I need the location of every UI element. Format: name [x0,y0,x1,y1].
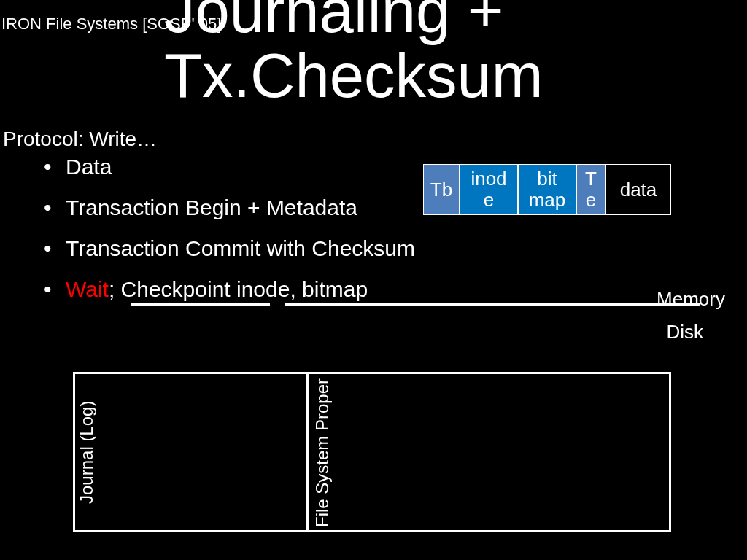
metadata-blocks: Tb inod e bit map T e data [423,164,671,215]
block-inode: inod e [460,164,518,215]
disk-label: Disk [666,321,703,343]
bullet-list: •Data •Transaction Begin + Metadata •Tra… [44,155,415,318]
bullet-txcommit: •Transaction Commit with Checksum [44,236,415,261]
block-bitmap: bit map [518,164,576,215]
filesystem-proper-label: File System Proper [312,373,333,533]
journal-box [73,372,306,532]
protocol-label: Protocol: Write… [3,128,157,151]
slide-title: Journaling + Tx.Checksum [164,0,543,109]
bullet-text: Transaction Commit with Checksum [66,236,415,260]
bullet-wait-text: Wait [66,277,109,301]
memory-disk-divider [131,303,700,306]
block-tb: Tb [423,164,460,215]
title-line-1: Journaling + [164,0,503,45]
filesystem-proper-box [306,372,671,532]
bullet-wait: •Wait; Checkpoint inode, bitmap [44,277,415,302]
bullet-text: Data [66,155,112,179]
title-line-2: Tx.Checksum [164,41,543,110]
block-te: T e [576,164,605,215]
divider-gap [270,302,285,308]
memory-label: Memory [657,288,725,311]
bullet-text: Transaction Begin + Metadata [66,195,357,219]
bullet-data: •Data [44,155,415,179]
disk-diagram [73,372,671,532]
journal-label: Journal (Log) [77,396,97,509]
block-data: data [605,164,671,215]
bullet-checkpoint-text: ; Checkpoint inode, bitmap [109,277,368,301]
bullet-txbegin: •Transaction Begin + Metadata [44,195,415,220]
